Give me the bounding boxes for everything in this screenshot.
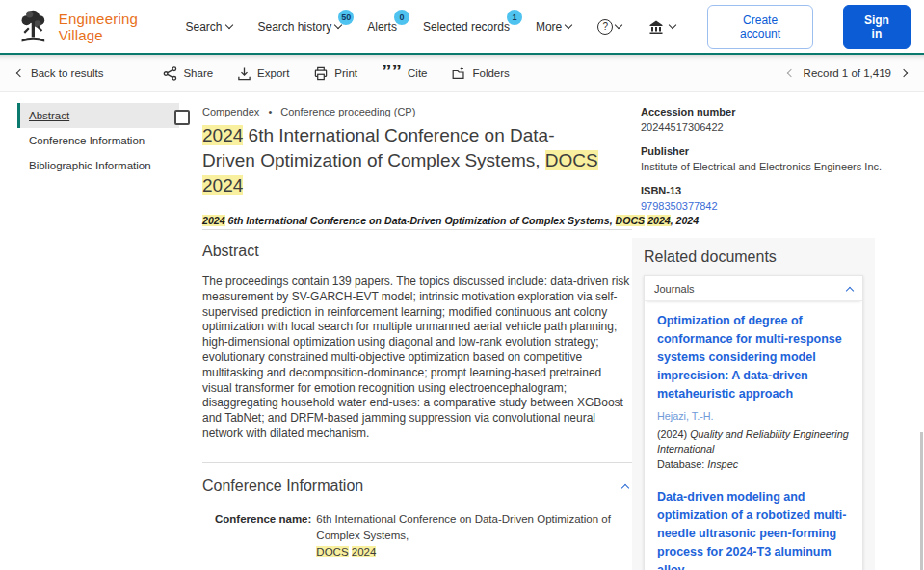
cite-icon: ”” xyxy=(382,67,402,79)
share-button[interactable]: Share xyxy=(163,66,213,81)
folders-icon xyxy=(451,66,466,81)
print-icon xyxy=(313,66,329,81)
article-authors[interactable]: Hejazi, T.-H. xyxy=(657,408,850,425)
section-sidebar: Abstract Conference Information Bibliogr… xyxy=(17,103,179,178)
publisher-value: Institute of Electrical and Electronics … xyxy=(641,161,915,172)
export-button[interactable]: Export xyxy=(237,66,289,81)
sidebar-item-abstract[interactable]: Abstract xyxy=(17,103,179,128)
record-citation: 2024 6th International Conference on Dat… xyxy=(202,215,626,226)
nav-help[interactable]: ? xyxy=(597,19,621,35)
page-scrollbar[interactable] xyxy=(920,432,923,570)
nav-selected-records[interactable]: Selected records 1 xyxy=(423,20,510,34)
next-record-icon[interactable] xyxy=(900,69,908,77)
abstract-text: The proceedings contain 139 papers. The … xyxy=(202,274,632,442)
nav-search[interactable]: Search xyxy=(185,20,231,34)
institution-bank-icon xyxy=(647,19,665,35)
document-type: Conference proceeding (CP) xyxy=(280,106,415,117)
sidebar-item-bibliographic-information[interactable]: Bibliographic Information xyxy=(17,153,179,178)
article-database: Database: Inspec xyxy=(657,458,850,470)
cite-button[interactable]: ”” Cite xyxy=(382,67,427,79)
nav-more[interactable]: More xyxy=(536,20,571,34)
accession-number-value: 20244517306422 xyxy=(641,121,915,133)
chevron-down-icon xyxy=(669,21,676,29)
related-articles-list: Optimization of degree of conformance fo… xyxy=(645,301,862,570)
export-icon xyxy=(237,66,251,81)
back-to-results-link[interactable]: Back to results xyxy=(17,67,103,79)
elsevier-tree-logo xyxy=(17,9,49,44)
conference-information-section: Conference Information Conference name: … xyxy=(202,462,632,570)
question-circle-icon: ? xyxy=(597,19,613,35)
previous-record-icon[interactable] xyxy=(786,69,794,77)
article-title-link[interactable]: Optimization of degree of conformance fo… xyxy=(657,312,850,403)
share-icon xyxy=(163,66,177,81)
nav-alerts[interactable]: Alerts 0 xyxy=(367,20,397,34)
record-pagination: Record 1 of 1,419 xyxy=(788,67,907,79)
conference-fields: Conference name: 6th International Confe… xyxy=(215,511,632,570)
abstract-heading: Abstract xyxy=(202,243,259,260)
record-position: Record 1 of 1,419 xyxy=(804,67,891,79)
search-history-badge: 50 xyxy=(338,10,354,25)
top-navbar: Engineering Village Search Search histor… xyxy=(0,0,924,55)
record-meta: Accession number 20244517306422 Publishe… xyxy=(641,106,915,224)
article-title-link[interactable]: Data-driven modeling and optimization of… xyxy=(657,488,850,570)
nav-search-history[interactable]: Search history 50 xyxy=(258,20,342,34)
conference-name-field: Conference name: 6th International Confe… xyxy=(215,511,632,560)
sign-in-button[interactable]: Sign in xyxy=(843,5,911,49)
record-title: 2024 6th International Conference on Dat… xyxy=(202,123,626,198)
collapse-section-button[interactable] xyxy=(619,476,632,497)
create-account-button[interactable]: Create account xyxy=(707,5,813,49)
chevron-down-icon xyxy=(224,21,232,29)
related-article: Data-driven modeling and optimization of… xyxy=(657,488,850,570)
database-name: Compendex xyxy=(202,106,259,117)
isbn-link[interactable]: 9798350377842 xyxy=(641,200,915,212)
chevron-up-icon xyxy=(621,484,629,492)
related-documents-panel: Related documents Journals Optimization … xyxy=(632,238,875,570)
chevron-down-icon xyxy=(565,21,572,29)
related-article: Optimization of degree of conformance fo… xyxy=(657,312,850,470)
folders-button[interactable]: Folders xyxy=(451,66,509,81)
abstract-section: Abstract The proceedings contain 139 pap… xyxy=(202,229,632,442)
record-content: Abstract Conference Information Bibliogr… xyxy=(0,92,924,570)
related-documents-heading: Related documents xyxy=(644,248,875,266)
nav-menu: Search Search history 50 Alerts 0 Select… xyxy=(185,5,911,49)
sidebar-item-conference-information[interactable]: Conference Information xyxy=(17,128,179,153)
nav-institution[interactable] xyxy=(647,19,675,35)
conference-information-heading: Conference Information xyxy=(202,478,363,495)
chevron-left-icon xyxy=(16,69,24,77)
record-toolbar: Back to results Share Export Print ”” xyxy=(0,55,924,92)
journals-accordion-header[interactable]: Journals xyxy=(645,276,862,301)
brand-name: Engineering Village xyxy=(59,11,186,43)
record-select-checkbox[interactable] xyxy=(174,110,190,125)
related-documents-card: Journals Optimization of degree of confo… xyxy=(644,275,863,570)
record-actions: Share Export Print ”” Cite Folders xyxy=(163,66,509,81)
record-source-line: Compendex • Conference proceeding (CP) xyxy=(202,106,626,117)
record-header: Compendex • Conference proceeding (CP) 2… xyxy=(202,106,626,226)
article-journal: (2024) Quality and Reliability Engineeri… xyxy=(657,428,850,456)
chevron-up-icon xyxy=(846,286,854,294)
print-button[interactable]: Print xyxy=(313,66,357,81)
chevron-down-icon xyxy=(615,21,622,29)
main-column: Abstract The proceedings contain 139 pap… xyxy=(202,229,632,570)
brand[interactable]: Engineering Village xyxy=(17,9,185,44)
selected-records-badge: 1 xyxy=(507,10,522,25)
alerts-badge: 0 xyxy=(394,10,409,25)
